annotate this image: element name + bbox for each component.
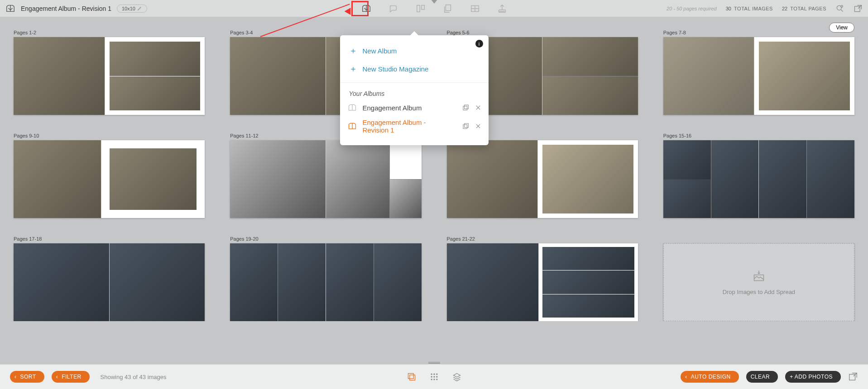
info-icon[interactable]: i (475, 40, 483, 47)
svg-rect-4 (499, 9, 505, 12)
svg-rect-0 (417, 5, 419, 12)
spread-label: Pages 19-20 (230, 236, 421, 242)
spread-cell[interactable]: Pages 11-12 (230, 133, 421, 218)
close-icon[interactable] (475, 123, 481, 129)
empty-spread-label: Drop Images to Add Spread (723, 289, 795, 295)
search-icon[interactable] (835, 4, 844, 13)
svg-rect-1 (421, 5, 424, 9)
spread-label: Pages 15-16 (663, 133, 854, 138)
new-album-button[interactable]: ＋ New Album (340, 42, 489, 60)
album-row-label: Engagement Album (363, 104, 422, 112)
pencil-icon (137, 6, 142, 11)
view-button[interactable]: View (829, 23, 854, 33)
spread-label: Pages 17-18 (14, 236, 205, 242)
album-icon (347, 122, 357, 131)
spread-label: Pages 21-22 (447, 236, 638, 242)
spread-label: Pages 7-8 (663, 30, 854, 35)
size-pill[interactable]: 10x10 (117, 5, 147, 13)
svg-rect-2 (446, 5, 451, 10)
svg-rect-11 (464, 123, 468, 128)
albums-dropdown: i ＋ New Album ＋ New Studio Magazine Your… (340, 35, 489, 145)
divider (340, 82, 489, 83)
spread-cell[interactable]: Pages 1-2 (14, 30, 205, 115)
album-title: Engagement Album - Revision 1 (21, 5, 111, 12)
spread-cell[interactable]: Pages 9-10 (14, 133, 205, 218)
album-row[interactable]: Engagement Album - Revision 1 (340, 115, 489, 137)
pages-required: 20 - 50 pages required (667, 6, 717, 11)
spread-cell[interactable]: Pages 19-20 (230, 236, 421, 321)
plus-icon: ＋ (349, 63, 357, 74)
spread-label: Pages 3-4 (230, 30, 421, 35)
album-icon (347, 103, 357, 112)
svg-rect-10 (463, 106, 467, 110)
spread-label: Pages 5-6 (447, 30, 638, 35)
drop-icon (751, 270, 767, 282)
total-pages-stat: 22 TOTAL PAGES (782, 6, 826, 11)
spread-label: Pages 9-10 (14, 133, 205, 138)
new-album-label: New Album (363, 47, 397, 55)
spread-label (663, 236, 854, 242)
top-bar: Engagement Album - Revision 1 10x10 20 -… (0, 0, 868, 17)
canvas-area: View Pages 1-2 Pages 3-4 Pages 5-6 Pages… (0, 17, 868, 321)
spread-cell[interactable]: Pages 7-8 (663, 30, 854, 115)
plus-icon: ＋ (349, 45, 357, 56)
grid-icon[interactable] (470, 4, 480, 14)
spread-cell[interactable]: Pages 13-14 (447, 133, 638, 218)
new-magazine-label: New Studio Magazine (363, 65, 429, 73)
albums-menu-icon[interactable] (361, 4, 371, 14)
svg-rect-12 (463, 125, 467, 129)
spread-cell[interactable]: Pages 15-16 (663, 133, 854, 218)
empty-spread[interactable]: Drop Images to Add Spread (663, 236, 854, 321)
chat-icon[interactable] (388, 4, 398, 14)
top-left: Engagement Album - Revision 1 10x10 (5, 4, 147, 14)
top-right-stats: 20 - 50 pages required 30 TOTAL IMAGES 2… (667, 4, 863, 13)
album-row[interactable]: Engagement Album (340, 100, 489, 115)
top-center-icons (361, 4, 507, 14)
export-icon[interactable] (497, 4, 507, 14)
popout-icon[interactable] (854, 4, 863, 13)
size-label: 10x10 (122, 6, 135, 11)
album-icon (5, 4, 15, 14)
spread-cell[interactable]: Pages 17-18 (14, 236, 205, 321)
columns-icon[interactable] (416, 4, 426, 14)
total-images-stat: 30 TOTAL IMAGES (726, 6, 773, 11)
duplicate-icon[interactable] (462, 104, 470, 111)
spread-cell[interactable]: Pages 21-22 (447, 236, 638, 321)
dropdown-section-title: Your Albums (340, 87, 489, 100)
close-icon[interactable] (475, 104, 481, 111)
layers-icon[interactable] (443, 4, 453, 14)
svg-rect-9 (464, 105, 468, 109)
album-row-label: Engagement Album - Revision 1 (363, 119, 451, 134)
new-magazine-button[interactable]: ＋ New Studio Magazine (340, 60, 489, 78)
spread-label: Pages 1-2 (14, 30, 205, 35)
duplicate-icon[interactable] (462, 123, 470, 130)
